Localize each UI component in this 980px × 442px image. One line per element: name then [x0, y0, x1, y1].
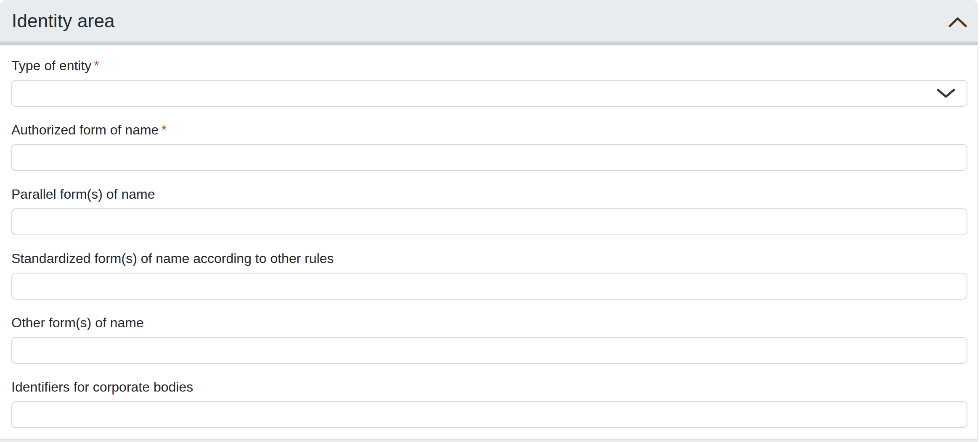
- standardized-forms-of-name-input[interactable]: [11, 273, 967, 300]
- parallel-forms-of-name-input[interactable]: [11, 208, 967, 235]
- card-right-border: [977, 42, 978, 442]
- identity-area-form: Type of entity* Authorized form of name*…: [0, 46, 978, 428]
- label-text: Identifiers for corporate bodies: [11, 379, 193, 395]
- chevron-up-icon: [948, 16, 967, 29]
- field-other-forms-of-name: Other form(s) of name: [11, 315, 967, 364]
- identifiers-for-corporate-bodies-label: Identifiers for corporate bodies: [11, 379, 967, 395]
- type-of-entity-select[interactable]: [11, 80, 967, 107]
- required-asterisk: *: [159, 122, 166, 137]
- header-divider: [0, 42, 978, 45]
- next-accordion-header-partial[interactable]: [0, 439, 978, 442]
- field-parallel-forms-of-name: Parallel form(s) of name: [11, 186, 967, 235]
- authorized-form-of-name-label: Authorized form of name*: [11, 122, 967, 138]
- field-type-of-entity: Type of entity*: [11, 58, 967, 107]
- required-asterisk: *: [91, 58, 99, 73]
- identity-area-section: Identity area Type of entity* Authorized…: [0, 0, 979, 442]
- label-text: Standardized form(s) of name according t…: [11, 251, 334, 266]
- label-text: Type of entity: [11, 58, 91, 73]
- authorized-form-of-name-input[interactable]: [11, 144, 967, 171]
- field-authorized-form-of-name: Authorized form of name*: [11, 122, 967, 171]
- label-text: Parallel form(s) of name: [11, 187, 155, 202]
- other-forms-of-name-label: Other form(s) of name: [11, 315, 967, 331]
- other-forms-of-name-input[interactable]: [11, 337, 967, 364]
- label-text: Other form(s) of name: [11, 315, 144, 330]
- parallel-forms-of-name-label: Parallel form(s) of name: [11, 186, 967, 202]
- field-standardized-forms-of-name: Standardized form(s) of name according t…: [11, 250, 967, 300]
- identifiers-for-corporate-bodies-input[interactable]: [11, 401, 967, 428]
- type-of-entity-label: Type of entity*: [11, 58, 967, 74]
- field-identifiers-for-corporate-bodies: Identifiers for corporate bodies: [11, 379, 967, 428]
- identity-area-header-button[interactable]: Identity area: [0, 0, 978, 42]
- label-text: Authorized form of name: [11, 122, 159, 137]
- standardized-forms-of-name-label: Standardized form(s) of name according t…: [11, 250, 967, 266]
- section-title: Identity area: [12, 11, 115, 32]
